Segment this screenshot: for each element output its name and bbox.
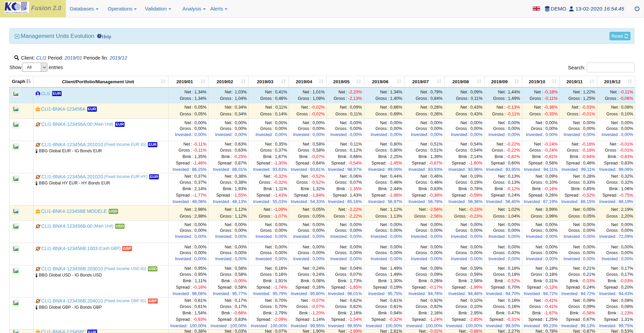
svg-text:KAHN & CIE FINANCIAL EXPERTS: KAHN & CIE FINANCIAL EXPERTS: [5, 12, 28, 13]
svg-text:?: ?: [98, 35, 100, 38]
